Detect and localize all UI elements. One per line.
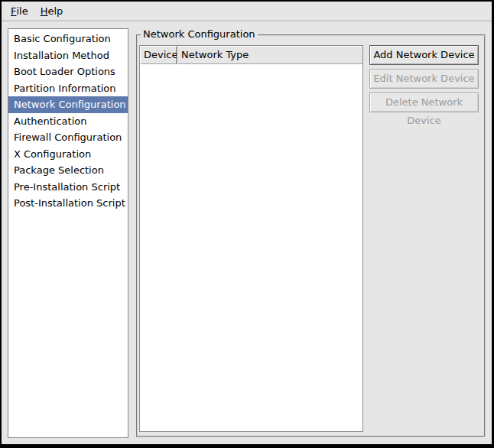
delete-network-device-button: Delete Network Device [369,93,479,112]
section-list: Basic Configuration Installation Method … [8,28,128,438]
table-body-empty [140,64,362,431]
kickstart-configurator-window: File Help Basic Configuration Installati… [0,0,494,448]
network-device-table: Device Network Type [139,45,363,432]
menubar-separator-highlight [2,21,492,22]
column-header-device[interactable]: Device [140,46,177,64]
sidebar-item[interactable]: Partition Information [8,80,128,97]
edit-network-device-button: Edit Network Device [369,69,479,89]
menu-file[interactable]: File [5,2,34,21]
sidebar-item[interactable]: Package Selection [8,162,128,179]
menu-file-label: ile [16,5,28,17]
sidebar-item[interactable]: X Configuration [8,146,128,163]
sidebar-item[interactable]: Pre-Installation Script [8,179,128,196]
menu-help-mnemonic: H [41,5,48,17]
frame-title: Network Configuration [141,28,258,41]
window-content: File Help Basic Configuration Installati… [2,2,492,444]
add-network-device-button[interactable]: Add Network Device [369,45,479,65]
menu-help-label: elp [48,5,63,17]
sidebar-item[interactable]: Firewall Configuration [8,129,128,146]
column-header-network-type[interactable]: Network Type [177,46,362,64]
menu-help[interactable]: Help [34,2,70,21]
menu-file-mnemonic: F [11,5,16,17]
sidebar-item[interactable]: Post-Installation Script [8,195,128,212]
sidebar-item[interactable]: Boot Loader Options [8,63,128,80]
sidebar-item[interactable]: Basic Configuration [8,31,128,47]
sidebar-item[interactable]: Installation Method [8,47,128,64]
sidebar-item[interactable]: Network Configuration [8,96,128,113]
action-button-group: Add Network Device Edit Network Device D… [369,45,479,116]
menubar: File Help [2,2,492,21]
table-header-row: Device Network Type [140,46,362,64]
sidebar-item[interactable]: Authentication [8,113,128,130]
